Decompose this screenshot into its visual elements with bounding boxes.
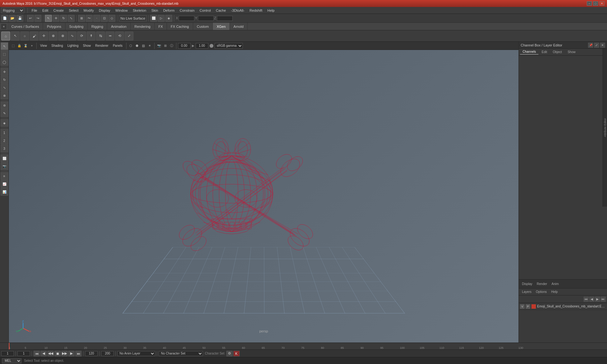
menu-edit[interactable]: Edit — [40, 8, 51, 13]
vp-texture-btn[interactable]: ▨ — [141, 43, 146, 49]
vp-cameras-btn[interactable]: 📷 — [156, 43, 162, 49]
vp-panels-menu[interactable]: Panels — [111, 43, 125, 49]
timeline[interactable]: 1510152025303540455055606570758085909510… — [0, 343, 607, 349]
vp-shading-menu[interactable]: Shading — [50, 43, 65, 49]
shelf-lasso-btn[interactable]: ○ — [20, 32, 29, 40]
shelf-connect-btn[interactable]: ⇆ — [96, 32, 105, 40]
tab-rendering[interactable]: Rendering — [131, 23, 155, 30]
y-coord-input[interactable] — [198, 16, 214, 21]
skip-to-end-btn[interactable]: ⏭ — [75, 351, 82, 356]
range-end-input[interactable] — [101, 351, 114, 356]
layer-playback-btn[interactable]: P — [526, 304, 530, 309]
no-live-surface-label[interactable]: No Live Surface — [119, 15, 147, 21]
scale-tool-left[interactable]: ⤡ — [1, 84, 8, 91]
vp-show-menu[interactable]: Show — [81, 43, 93, 49]
rotate-tool-btn[interactable]: ↻ — [60, 15, 67, 22]
vp-number1-input[interactable] — [178, 43, 191, 49]
display-mode-1[interactable]: 1 — [1, 129, 8, 136]
menu-skin[interactable]: Skin — [149, 8, 161, 13]
vp-smooth-btn[interactable]: ⬢ — [134, 43, 140, 49]
menu-3dtoa[interactable]: -3DtoAll- — [229, 8, 247, 13]
menu-create[interactable]: Create — [51, 8, 66, 13]
shelf-ikhandle-btn[interactable]: ⊗ — [58, 32, 67, 40]
layer-display-btn[interactable]: Display — [520, 282, 534, 286]
shelf-mirror-btn[interactable]: ⥈ — [106, 32, 114, 40]
shelf-xform-btn[interactable]: ⤢ — [125, 32, 133, 40]
tab-show[interactable]: Show — [565, 50, 578, 54]
vp-bookmark-btn[interactable]: ⌖ — [29, 43, 35, 49]
play-back-btn[interactable]: ◀◀ — [47, 351, 54, 356]
character-set-select[interactable]: No Character Set — [159, 351, 203, 356]
tab-xgen[interactable]: XGen — [213, 23, 230, 30]
z-coord-input[interactable] — [217, 16, 233, 21]
paint-select-tool[interactable]: ⬚ — [1, 50, 8, 58]
vp-view-menu[interactable]: View — [38, 43, 49, 49]
vp-lock-btn[interactable]: 🔒 — [16, 43, 22, 49]
render-frame-btn[interactable]: ▷ — [158, 15, 165, 22]
layer-visibility-btn[interactable]: V — [520, 304, 524, 309]
lasso-tool[interactable]: ◯ — [1, 58, 8, 66]
cb-resize-btn[interactable]: ⤢ — [594, 43, 599, 48]
close-button[interactable]: ✕ — [599, 1, 604, 6]
tab-animation[interactable]: Animation — [107, 23, 131, 30]
menu-constrain[interactable]: Constrain — [177, 8, 197, 13]
menu-deform[interactable]: Deform — [161, 8, 177, 13]
shelf-joint-btn[interactable]: ⊕ — [49, 32, 58, 40]
layer-nav-first[interactable]: ⏮ — [584, 297, 589, 302]
layer-nav-prev[interactable]: ◀ — [589, 297, 594, 302]
vp-hud-btn[interactable]: ⓘ — [169, 43, 175, 49]
layer-options-btn[interactable]: Options — [534, 289, 549, 294]
tab-fx-caching[interactable]: FX Caching — [167, 23, 193, 30]
tab-channels[interactable]: Channels — [520, 49, 538, 55]
vp-grid-btn[interactable]: ⊞ — [162, 43, 168, 49]
vp-history-btn[interactable]: ⌛ — [23, 43, 28, 49]
menu-cache[interactable]: Cache — [213, 8, 229, 13]
x-coord-input[interactable] — [179, 16, 194, 21]
tab-edit[interactable]: Edit — [539, 50, 549, 54]
menu-modify[interactable]: Modify — [81, 8, 96, 13]
frame-current-input[interactable] — [17, 351, 30, 356]
attribute-editor-strip[interactable]: Attribute Editor — [603, 49, 607, 207]
auto-key-btn[interactable]: K — [233, 351, 240, 356]
step-fwd-btn[interactable]: ▶ — [68, 351, 75, 356]
vp-number2-input[interactable] — [196, 43, 208, 49]
open-file-btn[interactable]: 📂 — [9, 15, 16, 22]
shelf-insertjoint-btn[interactable]: ↟ — [87, 32, 95, 40]
sculpt-tool[interactable]: ✎ — [1, 109, 8, 117]
vp-renderer-menu[interactable]: Renderer — [93, 43, 110, 49]
menu-control[interactable]: Control — [197, 8, 213, 13]
play-fwd-btn[interactable]: ▶▶ — [61, 351, 68, 356]
menu-select[interactable]: Select — [66, 8, 81, 13]
shelf-ikspring-btn[interactable]: ⟳ — [77, 32, 86, 40]
char-set-settings-btn[interactable]: ⚙ — [226, 351, 233, 356]
tab-fx[interactable]: FX — [155, 23, 167, 30]
tab-arnold[interactable]: Arnold — [230, 23, 248, 30]
module-tab-icon[interactable]: ≡ — [1, 23, 7, 30]
new-file-btn[interactable]: 📄 — [1, 15, 8, 22]
skip-to-start-btn[interactable]: ⏮ — [34, 351, 40, 356]
timeline-ruler[interactable]: 1510152025303540455055606570758085909510… — [9, 343, 518, 349]
shelf-select-btn[interactable]: ↖ — [11, 32, 20, 40]
shelf-orient-btn[interactable]: ⟲ — [115, 32, 124, 40]
vp-wire-btn[interactable]: ⬡ — [128, 43, 134, 49]
select-tool-btn[interactable]: ↖ — [45, 15, 52, 22]
rotate-tool-left[interactable]: ↻ — [1, 76, 8, 83]
snap-curve-btn[interactable]: 〜 — [86, 15, 93, 22]
scale-tool-btn[interactable]: ⤡ — [68, 15, 75, 22]
step-back-btn[interactable]: ◀ — [40, 351, 47, 356]
layer-nav-last[interactable]: ⏭ — [601, 297, 606, 302]
stop-btn[interactable]: ⏹ — [54, 351, 61, 356]
menu-help[interactable]: Help — [265, 8, 277, 13]
cb-close-btn[interactable]: ✕ — [600, 43, 605, 48]
layer-color-swatch[interactable] — [531, 304, 536, 309]
tab-rigging[interactable]: Rigging — [88, 23, 107, 30]
mode-selector[interactable]: Rigging Animation Modeling Rendering — [1, 8, 24, 13]
frame-start-input[interactable] — [1, 351, 14, 356]
layer-anim-btn[interactable]: Anim — [550, 282, 561, 286]
frame-end-input[interactable] — [85, 351, 98, 356]
shelf-ikspline-btn[interactable]: ∿ — [68, 32, 77, 40]
render-region-left[interactable]: ⬜ — [1, 155, 8, 162]
show-manip[interactable]: ◈ — [1, 119, 8, 127]
render-ipr-btn[interactable]: ◈ — [165, 15, 172, 22]
soft-sel-tool[interactable]: ⊜ — [1, 101, 8, 109]
